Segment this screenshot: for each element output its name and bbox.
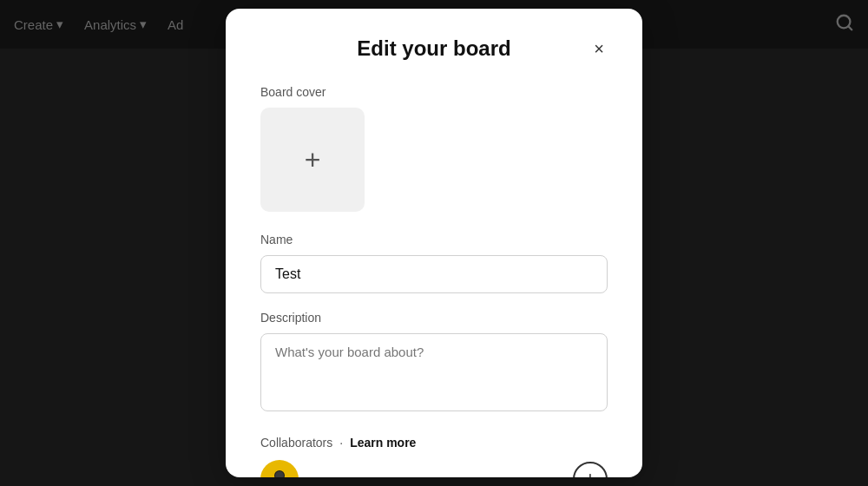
avatar bbox=[260, 460, 299, 477]
collaborators-section: Collaborators · Learn more bbox=[260, 436, 608, 477]
name-label: Name bbox=[260, 233, 608, 246]
board-cover-label: Board cover bbox=[260, 85, 608, 99]
edit-board-modal: Edit your board × Board cover + Name Des… bbox=[226, 9, 642, 477]
collaborators-row: + bbox=[260, 460, 608, 477]
add-collaborator-button[interactable]: + bbox=[573, 462, 608, 477]
collaborators-label: Collaborators bbox=[260, 436, 332, 450]
description-label: Description bbox=[260, 311, 608, 325]
name-input[interactable] bbox=[260, 255, 608, 293]
description-input[interactable] bbox=[260, 333, 608, 411]
board-cover-section: Board cover + bbox=[260, 85, 608, 212]
name-section: Name bbox=[260, 233, 608, 293]
close-button[interactable]: × bbox=[590, 36, 608, 61]
collaborators-header: Collaborators · Learn more bbox=[260, 436, 608, 450]
modal-overlay: Edit your board × Board cover + Name Des… bbox=[0, 0, 868, 486]
learn-more-link[interactable]: Learn more bbox=[350, 436, 416, 450]
add-cover-icon: + bbox=[305, 144, 321, 176]
modal-title: Edit your board bbox=[357, 36, 510, 61]
board-cover-upload[interactable]: + bbox=[260, 108, 365, 212]
description-section: Description bbox=[260, 311, 608, 415]
modal-header: Edit your board × bbox=[260, 36, 608, 61]
